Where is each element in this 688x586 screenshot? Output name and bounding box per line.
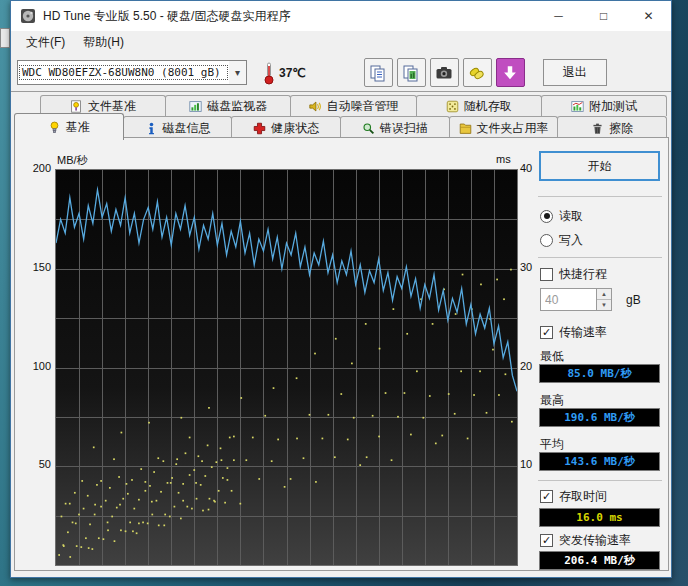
y-right-axis-label: ms [496, 153, 511, 165]
benchmark-page: MB/秒 ms 20015010050 40302010 开始 读取 写入 快捷… [14, 137, 669, 571]
screenshot-button[interactable] [430, 58, 459, 87]
y-left-axis-label: MB/秒 [57, 153, 88, 168]
random-access-icon [446, 100, 459, 113]
drive-select-dropdown[interactable]: WDC WD80EFZX-68UW8N0 (8001 gB) ▾ [17, 60, 247, 85]
transfer-rate-checkbox[interactable]: ✓ 传输速率 [540, 324, 607, 340]
magnifier-icon [362, 122, 375, 135]
max-value-display: 190.6 MB/秒 [539, 408, 660, 427]
read-radio-label: 读取 [559, 208, 583, 225]
benchmark-bulb-icon [48, 121, 61, 134]
short-stroke-unit-label: gB [626, 293, 641, 307]
tab-extra-tests[interactable]: 附加测试 [541, 95, 667, 116]
chevron-down-icon: ▾ [229, 61, 246, 84]
burst-rate-value-display: 206.4 MB/秒 [539, 551, 660, 570]
tab-label: 磁盘监视器 [207, 98, 267, 115]
tab-label: 随机存取 [464, 98, 512, 115]
burst-rate-checkbox[interactable]: ✓ 突发传输速率 [540, 532, 631, 548]
spin-up-icon[interactable]: ▲ [597, 289, 611, 300]
tab-acoustic-management[interactable]: 自动噪音管理 [290, 95, 416, 116]
health-cross-icon [253, 122, 266, 135]
background-window-sliver [0, 28, 10, 48]
hands-icon [468, 64, 486, 82]
read-radio[interactable]: 读取 [540, 208, 583, 224]
copy-image-icon [402, 64, 420, 82]
info-icon [145, 122, 158, 135]
disk-monitor-icon [189, 100, 202, 113]
burst-rate-label: 突发传输速率 [559, 532, 631, 549]
start-button[interactable]: 开始 [539, 151, 660, 181]
axis-tick-label: 30 [520, 261, 532, 273]
tab-label: 文件夹占用率 [477, 120, 549, 137]
exit-button[interactable]: 退出 [543, 59, 607, 86]
hd-tune-window: HD Tune 专业版 5.50 - 硬盘/固态硬盘实用程序 ─ □ ✕ 文件(… [10, 0, 672, 578]
temperature-value: 37℃ [279, 66, 306, 80]
quantity-stepper[interactable]: ▲ ▼ [597, 288, 612, 311]
min-label: 最低 [540, 348, 564, 365]
toolbar: WDC WD80EFZX-68UW8N0 (8001 gB) ▾ 37℃ [11, 54, 671, 92]
benchmark-side-panel: 开始 读取 写入 快捷行程 ▲ ▼ gB [538, 138, 666, 571]
short-stroke-size-row: ▲ ▼ gB [540, 288, 641, 311]
access-time-checkbox[interactable]: ✓ 存取时间 [540, 488, 607, 504]
window-title: HD Tune 专业版 5.50 - 硬盘/固态硬盘实用程序 [43, 8, 290, 25]
transfer-rate-label: 传输速率 [559, 324, 607, 341]
folder-icon [459, 122, 472, 135]
app-hdd-icon [20, 8, 36, 24]
write-radio[interactable]: 写入 [540, 232, 583, 248]
menu-bar: 文件(F) 帮助(H) [11, 31, 671, 54]
short-stroke-checkbox-box [540, 268, 553, 281]
copy-text-button[interactable] [364, 58, 393, 87]
trash-icon [591, 122, 604, 135]
short-stroke-size-input[interactable] [540, 288, 597, 311]
transfer-rate-checkbox-box: ✓ [540, 326, 553, 339]
separator [538, 480, 662, 481]
tab-label: 附加测试 [589, 98, 637, 115]
drive-select-value: WDC WD80EFZX-68UW8N0 (8001 gB) [18, 64, 229, 81]
tab-label: 错误扫描 [380, 120, 428, 137]
camera-icon [435, 64, 453, 82]
extra-tests-icon [571, 100, 584, 113]
title-bar: HD Tune 专业版 5.50 - 硬盘/固态硬盘实用程序 ─ □ ✕ [11, 1, 671, 31]
spin-down-icon[interactable]: ▼ [597, 300, 611, 310]
short-stroke-label: 快捷行程 [559, 266, 607, 283]
tab-disk-monitor[interactable]: 磁盘监视器 [165, 95, 291, 116]
donate-button[interactable] [463, 58, 492, 87]
max-label: 最高 [540, 392, 564, 409]
speaker-icon [309, 100, 322, 113]
tab-label: 文件基准 [88, 98, 136, 115]
menu-help[interactable]: 帮助(H) [74, 31, 133, 54]
maximize-icon[interactable]: □ [581, 1, 626, 31]
axis-tick-label: 200 [21, 162, 51, 174]
axis-tick-label: 20 [520, 360, 532, 372]
tab-strip: 文件基准 磁盘监视器 自动噪音管理 随机存取 附加测试 基准 [11, 92, 671, 140]
tab-label: 自动噪音管理 [327, 98, 399, 115]
start-button-label: 开始 [588, 158, 612, 175]
write-radio-circle [540, 234, 553, 247]
separator [538, 257, 662, 258]
thermometer-icon [263, 61, 275, 85]
access-time-value-display: 16.0 ms [539, 508, 660, 527]
tab-random-access[interactable]: 随机存取 [416, 95, 542, 116]
tab-label: 擦除 [609, 120, 633, 137]
axis-tick-label: 150 [21, 261, 51, 273]
axis-tick-label: 40 [520, 162, 532, 174]
access-time-checkbox-box: ✓ [540, 490, 553, 503]
tab-benchmark[interactable]: 基准 [14, 113, 124, 140]
copy-image-button[interactable] [397, 58, 426, 87]
tab-label: 磁盘信息 [163, 120, 211, 137]
avg-value-display: 143.6 MB/秒 [539, 452, 660, 471]
tab-label: 健康状态 [271, 120, 319, 137]
short-stroke-checkbox[interactable]: 快捷行程 [540, 266, 607, 282]
minimize-icon[interactable]: ─ [536, 1, 581, 31]
copy-text-icon [369, 64, 387, 82]
download-arrow-icon [501, 64, 519, 82]
update-download-button[interactable] [496, 58, 525, 87]
tab-label: 基准 [66, 119, 90, 136]
axis-tick-label: 50 [21, 458, 51, 470]
read-radio-circle [540, 210, 553, 223]
separator [538, 196, 662, 197]
menu-file[interactable]: 文件(F) [17, 31, 74, 54]
close-icon[interactable]: ✕ [626, 1, 671, 31]
exit-button-label: 退出 [563, 64, 587, 81]
write-radio-label: 写入 [559, 232, 583, 249]
avg-label: 平均 [540, 436, 564, 453]
